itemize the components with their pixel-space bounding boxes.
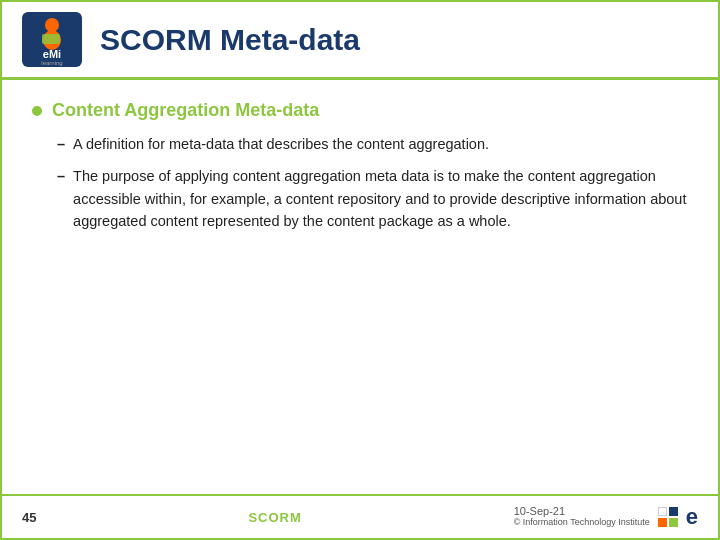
logo-svg: eMi learning [26,14,78,66]
sq-green-1 [669,518,678,527]
dash-1: – [57,133,65,155]
sq-row-2 [658,518,678,527]
svg-point-0 [45,18,59,32]
list-item: – The purpose of applying content aggreg… [57,165,688,232]
svg-rect-2 [42,34,60,44]
logo-inner: eMi learning [26,14,78,66]
footer-label: SCORM [248,510,301,525]
sub-items-list: – A definition for meta-data that descri… [57,133,688,233]
sq-blue-1 [669,507,678,516]
footer-copyright: © Information Technology Institute [514,517,650,529]
sub-item-text-1: A definition for meta-data that describe… [73,133,489,155]
svg-text:eMi: eMi [43,48,61,60]
footer-e-logo: e [686,504,698,530]
sq-orange-1 [658,518,667,527]
footer-date: 10-Sep-21 [514,505,650,517]
sq-empty-1 [658,507,667,516]
footer-info: 10-Sep-21 © Information Technology Insti… [514,505,650,529]
sq-row-1 [658,507,678,516]
section-title-text: Content Aggregation Meta-data [52,100,319,121]
slide-title: SCORM Meta-data [100,23,360,57]
dash-2: – [57,165,65,187]
content-area: Content Aggregation Meta-data – A defini… [2,80,718,494]
page-number: 45 [22,510,36,525]
slide-header: eMi learning SCORM Meta-data [2,2,718,80]
footer-right: 10-Sep-21 © Information Technology Insti… [514,504,698,530]
list-item: – A definition for meta-data that descri… [57,133,688,155]
slide: eMi learning SCORM Meta-data Content Agg… [0,0,720,540]
bullet-dot [32,106,42,116]
slide-footer: 45 SCORM 10-Sep-21 © Information Technol… [2,494,718,538]
logo: eMi learning [22,12,82,67]
footer-logo-right: e [658,504,698,530]
color-squares [658,507,678,527]
section-title: Content Aggregation Meta-data [32,100,688,121]
svg-text:learning: learning [41,60,62,66]
sub-item-text-2: The purpose of applying content aggregat… [73,165,688,232]
